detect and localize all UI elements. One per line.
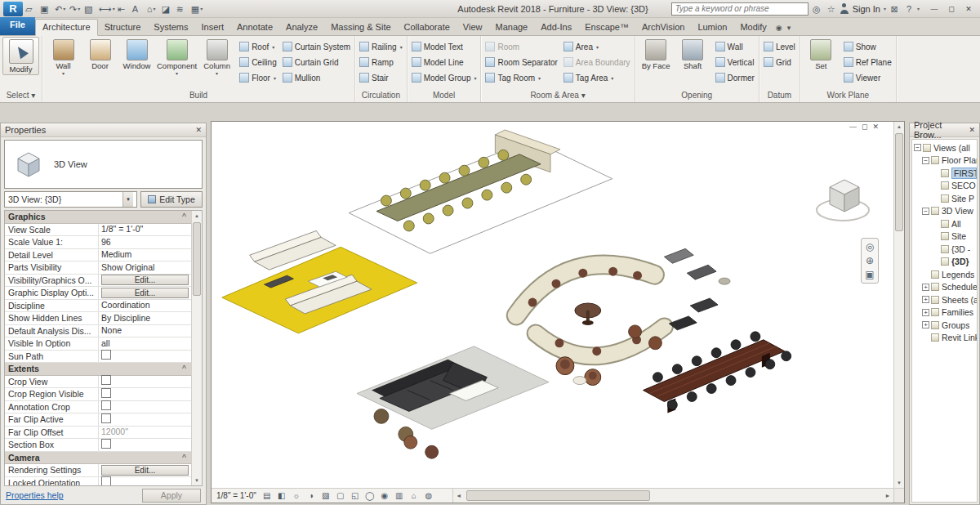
edit-type-button[interactable]: Edit Type <box>140 191 203 208</box>
zoom-icon[interactable]: ⊕ <box>866 255 874 266</box>
ribbon-small-button[interactable]: Curtain Grid <box>281 55 352 69</box>
ribbon-small-button[interactable]: Floor <box>238 70 278 85</box>
properties-close-icon[interactable]: ✕ <box>195 126 202 134</box>
tree-item[interactable]: + Groups <box>912 319 977 332</box>
build-big-button[interactable]: Column <box>198 37 235 76</box>
measure-icon[interactable]: ⟷ <box>98 2 116 16</box>
undo-icon[interactable]: ↶ <box>54 2 68 16</box>
tree-item[interactable]: Legends <box>912 268 977 281</box>
tree-expander-icon[interactable]: − <box>922 208 929 215</box>
property-value[interactable]: Edit... <box>101 275 189 285</box>
ribbon-small-button[interactable]: Level <box>762 39 797 54</box>
property-value[interactable]: Coordination <box>99 299 191 311</box>
build-big-button[interactable]: Door <box>82 37 118 76</box>
text-icon[interactable]: A <box>131 2 145 16</box>
tree-expander-icon[interactable]: + <box>922 296 929 303</box>
tree-expander-icon[interactable]: + <box>922 284 929 291</box>
tree-item[interactable]: Site P <box>912 192 977 205</box>
ribbon-tab[interactable]: Insert <box>194 20 230 35</box>
show-crop-region-icon[interactable]: ◱ <box>350 491 361 500</box>
property-value[interactable] <box>99 439 191 451</box>
ribbon-small-button[interactable]: Ramp <box>358 55 404 69</box>
apply-button[interactable]: Apply <box>142 489 201 503</box>
horizontal-scrollbar[interactable]: ◄ ► <box>452 489 893 503</box>
rendering-dialog-icon[interactable]: ▨ <box>320 491 332 500</box>
property-value[interactable]: all <box>99 337 191 350</box>
tree-item[interactable]: + Sheets (all <box>912 293 977 306</box>
temporary-hide-isolate-icon[interactable]: ◯ <box>364 491 376 500</box>
open-icon[interactable]: ▱ <box>24 2 38 16</box>
build-big-button[interactable]: Component <box>155 37 198 76</box>
property-value[interactable]: Edit... <box>101 465 189 476</box>
property-value[interactable] <box>99 400 191 413</box>
panel-label-select[interactable]: Select ▾ <box>2 90 39 102</box>
property-value[interactable]: Show Original <box>99 261 191 274</box>
panel-label-work-plane[interactable]: Work Plane <box>803 90 893 102</box>
viewcube[interactable] <box>812 169 874 228</box>
project-browser-close-icon[interactable]: ✕ <box>969 126 975 134</box>
vertical-scrollbar[interactable]: ▲ ▼ <box>893 122 904 488</box>
build-big-button[interactable]: Window <box>118 37 155 76</box>
project-browser-header[interactable]: Project Brow... ✕ <box>910 123 979 137</box>
ribbon-tab[interactable]: Structure <box>98 20 148 35</box>
type-selector[interactable]: 3D View <box>4 140 203 189</box>
ribbon-small-button[interactable]: Tag Room <box>483 70 559 85</box>
ribbon-tab[interactable]: Collaborate <box>398 20 457 35</box>
panel-label-build[interactable]: Build <box>45 90 352 102</box>
view-canvas[interactable]: — ◻ ✕ ◎ ⊕ ▣ <box>212 122 893 488</box>
ribbon-tab[interactable]: Massing & Site <box>324 20 397 35</box>
sun-path-icon[interactable]: ☼ <box>291 491 302 500</box>
properties-header[interactable]: Properties ✕ <box>1 123 206 137</box>
tree-item[interactable]: − 3D View <box>912 205 977 218</box>
print-icon[interactable]: ▧ <box>83 2 97 16</box>
ribbon-tab[interactable]: View <box>457 20 489 35</box>
ribbon-tab[interactable]: ArchVision <box>635 20 691 35</box>
property-value[interactable]: 12000" <box>99 426 191 438</box>
property-value[interactable]: 96 <box>99 236 191 248</box>
properties-help-link[interactable]: Properties help <box>6 490 64 500</box>
aligned-dimension-icon[interactable]: ⇤ <box>117 2 131 16</box>
ribbon-tab[interactable]: File <box>0 17 35 35</box>
panel-label-circulation[interactable]: Circulation <box>358 90 404 102</box>
tree-item[interactable]: All <box>912 217 977 230</box>
save-icon[interactable]: ▣ <box>39 2 53 16</box>
restore-button[interactable]: ◻ <box>943 2 960 16</box>
ribbon-cycle-icon[interactable]: ◉ <box>773 24 785 35</box>
exchange-apps-icon[interactable]: ⊠ <box>888 2 901 16</box>
panel-label-datum[interactable]: Datum <box>762 90 797 102</box>
tree-expander-icon[interactable]: + <box>922 321 929 328</box>
favorites-star-icon[interactable]: ☆ <box>825 2 838 16</box>
ribbon-small-button[interactable]: Grid <box>762 55 797 69</box>
tree-item[interactable]: {3D} <box>912 256 977 269</box>
ribbon-tab[interactable]: Architecture <box>35 19 98 36</box>
ribbon-small-button[interactable]: Curtain System <box>281 39 352 54</box>
panel-label-opening[interactable]: Opening <box>638 90 756 102</box>
property-value[interactable] <box>99 476 191 485</box>
ribbon-tab[interactable]: Lumion <box>691 20 733 35</box>
close-button[interactable]: ✕ <box>960 2 977 16</box>
thin-lines-icon[interactable]: ≋ <box>176 2 189 16</box>
redo-icon[interactable]: ↷ <box>69 2 82 16</box>
view-close-icon[interactable]: ✕ <box>872 123 879 131</box>
property-value[interactable] <box>99 350 191 362</box>
property-value[interactable]: Edit... <box>101 288 189 298</box>
hscroll-right-icon[interactable]: ► <box>882 493 893 498</box>
property-value[interactable]: Medium <box>99 248 191 261</box>
ribbon-tab[interactable]: Annotate <box>230 20 279 35</box>
property-value[interactable]: By Discipline <box>99 312 191 324</box>
sign-in-button[interactable]: Sign In <box>853 4 880 14</box>
show-constraints-icon[interactable]: ◍ <box>423 491 434 500</box>
ribbon-tab[interactable]: Manage <box>488 20 534 35</box>
tree-expander-icon[interactable]: − <box>914 144 921 151</box>
tree-item[interactable]: {3D - <box>912 243 977 256</box>
navigation-wheel-icon[interactable]: ◎ <box>866 241 874 252</box>
help-icon[interactable]: ? <box>902 2 915 16</box>
properties-scrollbar[interactable]: ▲ ▼ <box>191 211 202 485</box>
ribbon-small-button[interactable]: Ceiling <box>238 55 278 69</box>
ribbon-small-button[interactable]: Railing <box>358 39 404 54</box>
ribbon-small-button[interactable]: Vertical <box>714 55 756 69</box>
tree-item[interactable]: + Schedules <box>912 281 977 294</box>
search-input[interactable] <box>671 2 808 16</box>
modify-button[interactable]: Modify <box>2 37 39 75</box>
ribbon-small-button[interactable]: Wall <box>714 39 756 54</box>
